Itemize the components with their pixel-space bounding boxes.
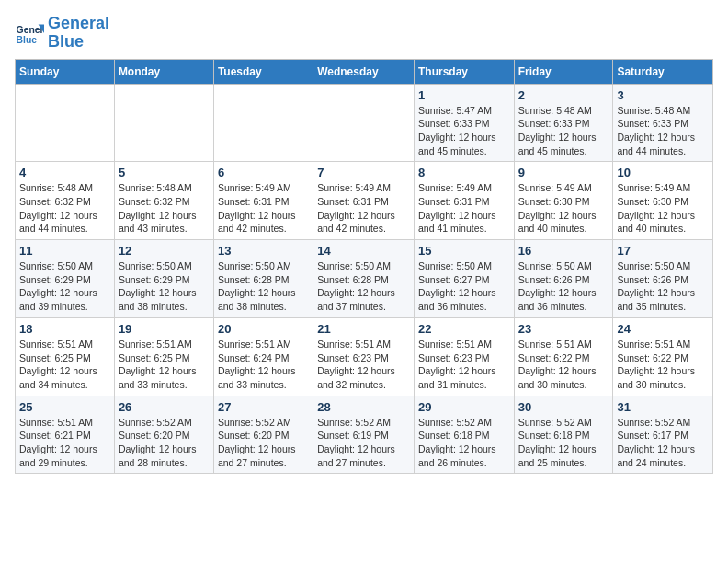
day-number: 16 bbox=[518, 244, 609, 258]
day-info: Sunrise: 5:51 AMSunset: 6:21 PMDaylight:… bbox=[19, 416, 110, 470]
calendar-cell: 14Sunrise: 5:50 AMSunset: 6:28 PMDayligh… bbox=[313, 240, 415, 318]
day-info: Sunrise: 5:52 AMSunset: 6:18 PMDaylight:… bbox=[418, 416, 510, 470]
day-number: 17 bbox=[617, 244, 709, 258]
calendar-header-saturday: Saturday bbox=[613, 59, 713, 84]
calendar-week-row: 18Sunrise: 5:51 AMSunset: 6:25 PMDayligh… bbox=[16, 317, 713, 396]
day-info: Sunrise: 5:49 AMSunset: 6:30 PMDaylight:… bbox=[518, 181, 609, 236]
day-info: Sunrise: 5:48 AMSunset: 6:32 PMDaylight:… bbox=[119, 181, 210, 236]
day-number: 15 bbox=[418, 244, 510, 258]
day-number: 14 bbox=[317, 244, 410, 258]
calendar-cell: 6Sunrise: 5:49 AMSunset: 6:31 PMDaylight… bbox=[213, 162, 313, 240]
calendar-header-row: SundayMondayTuesdayWednesdayThursdayFrid… bbox=[16, 59, 713, 84]
day-info: Sunrise: 5:49 AMSunset: 6:31 PMDaylight:… bbox=[218, 181, 309, 236]
day-number: 22 bbox=[418, 322, 510, 336]
calendar-week-row: 25Sunrise: 5:51 AMSunset: 6:21 PMDayligh… bbox=[16, 396, 713, 474]
day-info: Sunrise: 5:49 AMSunset: 6:31 PMDaylight:… bbox=[418, 181, 510, 236]
day-info: Sunrise: 5:51 AMSunset: 6:25 PMDaylight:… bbox=[19, 338, 110, 392]
svg-text:Blue: Blue bbox=[17, 35, 38, 45]
day-info: Sunrise: 5:49 AMSunset: 6:31 PMDaylight:… bbox=[317, 181, 410, 236]
calendar-header-wednesday: Wednesday bbox=[313, 59, 415, 84]
day-info: Sunrise: 5:50 AMSunset: 6:26 PMDaylight:… bbox=[518, 259, 609, 314]
day-number: 13 bbox=[218, 244, 309, 258]
calendar-cell: 11Sunrise: 5:50 AMSunset: 6:29 PMDayligh… bbox=[16, 240, 115, 318]
day-info: Sunrise: 5:50 AMSunset: 6:27 PMDaylight:… bbox=[418, 259, 510, 314]
day-info: Sunrise: 5:48 AMSunset: 6:33 PMDaylight:… bbox=[518, 104, 609, 158]
day-number: 5 bbox=[119, 166, 210, 179]
calendar-header-friday: Friday bbox=[514, 59, 613, 84]
day-number: 4 bbox=[19, 166, 110, 179]
day-number: 21 bbox=[317, 322, 410, 336]
day-number: 24 bbox=[617, 322, 709, 336]
day-number: 31 bbox=[617, 400, 709, 414]
calendar-cell bbox=[16, 84, 115, 162]
day-number: 23 bbox=[518, 322, 609, 336]
calendar-header-tuesday: Tuesday bbox=[213, 59, 313, 84]
day-info: Sunrise: 5:51 AMSunset: 6:24 PMDaylight:… bbox=[218, 338, 309, 392]
calendar-cell bbox=[213, 84, 313, 162]
day-info: Sunrise: 5:50 AMSunset: 6:28 PMDaylight:… bbox=[218, 259, 309, 314]
day-number: 8 bbox=[418, 166, 510, 179]
calendar-cell: 1Sunrise: 5:47 AMSunset: 6:33 PMDaylight… bbox=[414, 84, 514, 162]
calendar-cell: 17Sunrise: 5:50 AMSunset: 6:26 PMDayligh… bbox=[613, 240, 713, 318]
day-number: 20 bbox=[218, 322, 309, 336]
day-number: 2 bbox=[518, 88, 609, 102]
day-number: 3 bbox=[617, 88, 709, 102]
calendar-header-thursday: Thursday bbox=[414, 59, 514, 84]
calendar-body: 1Sunrise: 5:47 AMSunset: 6:33 PMDaylight… bbox=[16, 84, 713, 474]
day-number: 18 bbox=[19, 322, 110, 336]
day-number: 6 bbox=[218, 166, 309, 179]
calendar-cell: 28Sunrise: 5:52 AMSunset: 6:19 PMDayligh… bbox=[313, 396, 415, 474]
day-info: Sunrise: 5:52 AMSunset: 6:20 PMDaylight:… bbox=[218, 416, 309, 470]
day-number: 26 bbox=[119, 400, 210, 414]
logo-icon: General Blue bbox=[15, 18, 44, 48]
calendar-cell: 7Sunrise: 5:49 AMSunset: 6:31 PMDaylight… bbox=[313, 162, 415, 240]
day-number: 28 bbox=[317, 400, 410, 414]
day-info: Sunrise: 5:52 AMSunset: 6:20 PMDaylight:… bbox=[119, 416, 210, 470]
calendar-table: SundayMondayTuesdayWednesdayThursdayFrid… bbox=[15, 59, 713, 475]
calendar-week-row: 11Sunrise: 5:50 AMSunset: 6:29 PMDayligh… bbox=[16, 240, 713, 318]
day-number: 1 bbox=[418, 88, 510, 102]
calendar-cell: 18Sunrise: 5:51 AMSunset: 6:25 PMDayligh… bbox=[16, 317, 115, 396]
logo: General Blue General Blue bbox=[15, 15, 109, 52]
calendar-cell: 29Sunrise: 5:52 AMSunset: 6:18 PMDayligh… bbox=[414, 396, 514, 474]
calendar-cell: 27Sunrise: 5:52 AMSunset: 6:20 PMDayligh… bbox=[213, 396, 313, 474]
day-info: Sunrise: 5:50 AMSunset: 6:29 PMDaylight:… bbox=[119, 259, 210, 314]
calendar-cell: 24Sunrise: 5:51 AMSunset: 6:22 PMDayligh… bbox=[613, 317, 713, 396]
calendar-cell: 25Sunrise: 5:51 AMSunset: 6:21 PMDayligh… bbox=[16, 396, 115, 474]
day-number: 25 bbox=[19, 400, 110, 414]
calendar-cell: 20Sunrise: 5:51 AMSunset: 6:24 PMDayligh… bbox=[213, 317, 313, 396]
day-info: Sunrise: 5:51 AMSunset: 6:23 PMDaylight:… bbox=[317, 338, 410, 392]
day-info: Sunrise: 5:51 AMSunset: 6:22 PMDaylight:… bbox=[518, 338, 609, 392]
day-number: 29 bbox=[418, 400, 510, 414]
day-info: Sunrise: 5:51 AMSunset: 6:25 PMDaylight:… bbox=[119, 338, 210, 392]
day-info: Sunrise: 5:50 AMSunset: 6:26 PMDaylight:… bbox=[617, 259, 709, 314]
calendar-week-row: 4Sunrise: 5:48 AMSunset: 6:32 PMDaylight… bbox=[16, 162, 713, 240]
day-info: Sunrise: 5:50 AMSunset: 6:28 PMDaylight:… bbox=[317, 259, 410, 314]
day-info: Sunrise: 5:52 AMSunset: 6:18 PMDaylight:… bbox=[518, 416, 609, 470]
calendar-cell: 15Sunrise: 5:50 AMSunset: 6:27 PMDayligh… bbox=[414, 240, 514, 318]
calendar-cell: 30Sunrise: 5:52 AMSunset: 6:18 PMDayligh… bbox=[514, 396, 613, 474]
calendar-cell: 12Sunrise: 5:50 AMSunset: 6:29 PMDayligh… bbox=[114, 240, 213, 318]
calendar-header-monday: Monday bbox=[114, 59, 213, 84]
day-info: Sunrise: 5:49 AMSunset: 6:30 PMDaylight:… bbox=[617, 181, 709, 236]
calendar-cell: 22Sunrise: 5:51 AMSunset: 6:23 PMDayligh… bbox=[414, 317, 514, 396]
calendar-cell: 9Sunrise: 5:49 AMSunset: 6:30 PMDaylight… bbox=[514, 162, 613, 240]
logo-line1: General bbox=[48, 15, 109, 33]
day-info: Sunrise: 5:52 AMSunset: 6:17 PMDaylight:… bbox=[617, 416, 709, 470]
calendar-cell: 23Sunrise: 5:51 AMSunset: 6:22 PMDayligh… bbox=[514, 317, 613, 396]
page-header: General Blue General Blue bbox=[15, 15, 713, 52]
day-number: 9 bbox=[518, 166, 609, 179]
day-info: Sunrise: 5:48 AMSunset: 6:32 PMDaylight:… bbox=[19, 181, 110, 236]
day-info: Sunrise: 5:52 AMSunset: 6:19 PMDaylight:… bbox=[317, 416, 410, 470]
day-number: 12 bbox=[119, 244, 210, 258]
calendar-cell: 2Sunrise: 5:48 AMSunset: 6:33 PMDaylight… bbox=[514, 84, 613, 162]
logo-line2: Blue bbox=[48, 33, 109, 52]
calendar-cell bbox=[313, 84, 415, 162]
calendar-cell: 21Sunrise: 5:51 AMSunset: 6:23 PMDayligh… bbox=[313, 317, 415, 396]
day-info: Sunrise: 5:51 AMSunset: 6:23 PMDaylight:… bbox=[418, 338, 510, 392]
day-number: 10 bbox=[617, 166, 709, 179]
day-number: 27 bbox=[218, 400, 309, 414]
calendar-cell: 16Sunrise: 5:50 AMSunset: 6:26 PMDayligh… bbox=[514, 240, 613, 318]
day-info: Sunrise: 5:51 AMSunset: 6:22 PMDaylight:… bbox=[617, 338, 709, 392]
calendar-cell: 3Sunrise: 5:48 AMSunset: 6:33 PMDaylight… bbox=[613, 84, 713, 162]
